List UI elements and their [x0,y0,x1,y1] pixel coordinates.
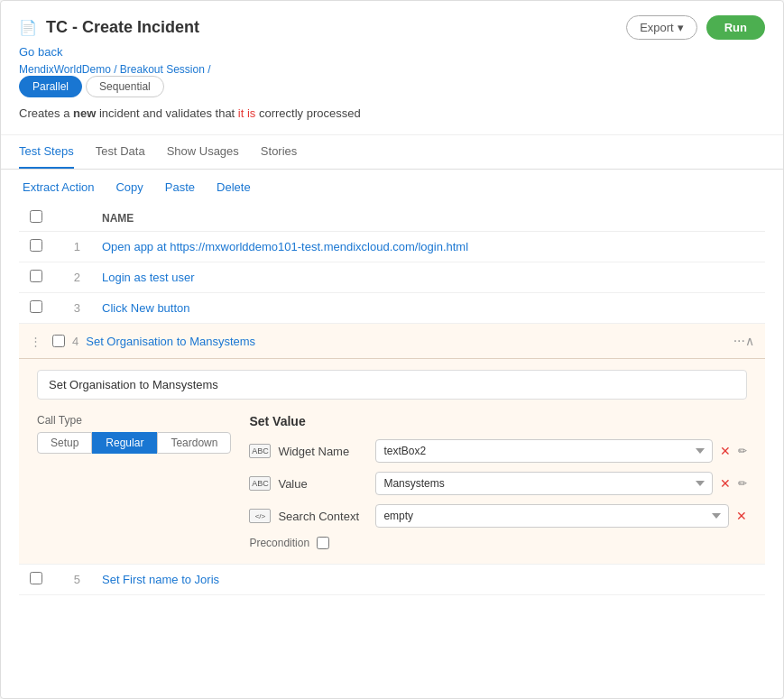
teardown-button[interactable]: Teardown [157,432,231,454]
widget-name-field: ABC Widget Name textBox2 textBox1 textBo… [249,439,747,463]
table-row: 2 Login as test user [19,262,765,293]
row-checkbox[interactable] [30,270,42,282]
chevron-down-icon: ▾ [678,21,684,34]
regular-button[interactable]: Regular [92,432,157,454]
value-select[interactable]: Mansystems Other [375,472,713,495]
step-number: 2 [55,262,91,293]
step-title-input[interactable] [37,370,747,400]
run-button[interactable]: Run [706,15,765,40]
sequential-tag[interactable]: Sequential [86,76,164,97]
widget-name-clear-button[interactable]: ✕ [720,444,731,458]
setup-button[interactable]: Setup [37,432,92,454]
widget-name-label: Widget Name [278,445,368,458]
precondition-checkbox[interactable] [317,537,329,549]
paste-button[interactable]: Paste [161,179,198,196]
step-options-button[interactable]: ··· [733,333,745,349]
step-number: 1 [55,232,91,262]
row-checkbox[interactable] [30,572,42,584]
widget-name-select[interactable]: textBox2 textBox1 textBox3 [375,439,713,463]
precondition-row: Precondition [249,537,747,549]
set-value-title: Set Value [249,414,747,428]
breadcrumb: MendixWorldDemo / Breakout Session / [19,63,211,76]
search-context-label: Search Context [278,510,368,523]
table-row: 1 Open app at https://mxworlddemo101-tes… [19,232,765,262]
go-back-link[interactable]: Go back [19,45,62,59]
export-label: Export [640,21,674,34]
value-label: Value [278,477,368,491]
export-button[interactable]: Export ▾ [626,15,697,40]
table-row-expanded: ⋮ 4 Set Organisation to Mansystems ··· ∧ [19,324,765,565]
action-toolbar: Extract Action Copy Paste Delete [1,170,783,205]
row-checkbox-expanded[interactable] [52,335,65,347]
step-number: 3 [55,293,91,324]
collapse-button[interactable]: ∧ [745,334,754,348]
tab-stories[interactable]: Stories [261,135,297,169]
value-clear-button[interactable]: ✕ [720,476,731,491]
code-icon-search-context: </> [249,509,271,523]
value-field: ABC Value Mansystems Other ✕ ✏ [249,472,747,495]
step-link[interactable]: Open app at https://mxworlddemo101-test.… [102,240,468,253]
page-title: TC - Create Incident [46,18,199,37]
search-context-select[interactable]: empty context1 [375,504,729,528]
document-icon: 📄 [19,19,37,36]
num-header [55,205,91,232]
row-checkbox[interactable] [30,239,42,252]
call-type-label: Call Type [37,414,231,427]
select-all-header [19,205,55,232]
widget-name-edit-button[interactable]: ✏ [738,445,747,457]
call-type-buttons: Setup Regular Teardown [37,432,231,454]
name-header: NAME [91,205,765,232]
tab-test-steps[interactable]: Test Steps [19,135,74,169]
step-name-expanded: Set Organisation to Mansystems [86,335,733,348]
row-checkbox[interactable] [30,300,42,313]
delete-button[interactable]: Delete [213,179,254,196]
precondition-label: Precondition [249,537,309,549]
table-row: 3 Click New button [19,293,765,324]
copy-button[interactable]: Copy [112,179,146,196]
table-row: 5 Set First name to Joris [19,565,765,595]
search-context-field: </> Search Context empty context1 ✕ [249,504,747,528]
step-link[interactable]: Set First name to Joris [102,573,219,586]
step-number: 5 [55,565,91,595]
drag-handle-icon: ⋮ [30,335,42,348]
tabs-bar: Test Steps Test Data Show Usages Stories [1,135,783,170]
tab-show-usages[interactable]: Show Usages [167,135,239,169]
description: Creates a new incident and validates tha… [19,106,765,120]
tab-test-data[interactable]: Test Data [96,135,145,169]
search-context-clear-button[interactable]: ✕ [736,509,747,523]
select-all-checkbox[interactable] [30,210,42,223]
value-edit-button[interactable]: ✏ [738,477,747,490]
abc-icon-widget: ABC [249,444,271,458]
extract-action-button[interactable]: Extract Action [19,179,97,196]
step-link[interactable]: Login as test user [102,271,195,284]
step-number-expanded: 4 [72,335,78,348]
abc-icon-value: ABC [249,476,271,491]
test-steps-table: NAME 1 Open app at https://mxworlddemo10… [19,205,765,595]
parallel-tag[interactable]: Parallel [19,76,82,97]
step-link[interactable]: Click New button [102,301,190,315]
